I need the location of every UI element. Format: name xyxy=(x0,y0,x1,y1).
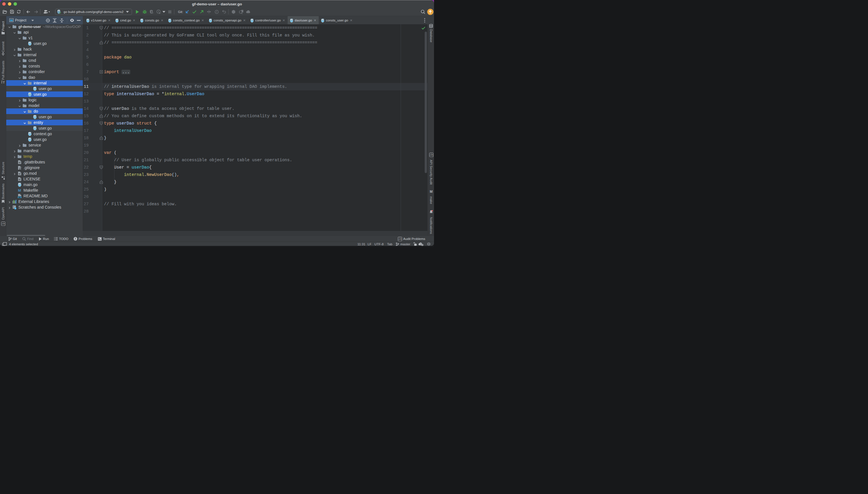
svg-text:/API: /API xyxy=(398,238,401,240)
svg-text:?: ? xyxy=(420,243,421,245)
svg-text:M: M xyxy=(18,188,21,192)
svg-text:/API: /API xyxy=(430,154,433,156)
svg-text:/API: /API xyxy=(2,223,5,225)
svg-text:MD: MD xyxy=(18,196,21,198)
